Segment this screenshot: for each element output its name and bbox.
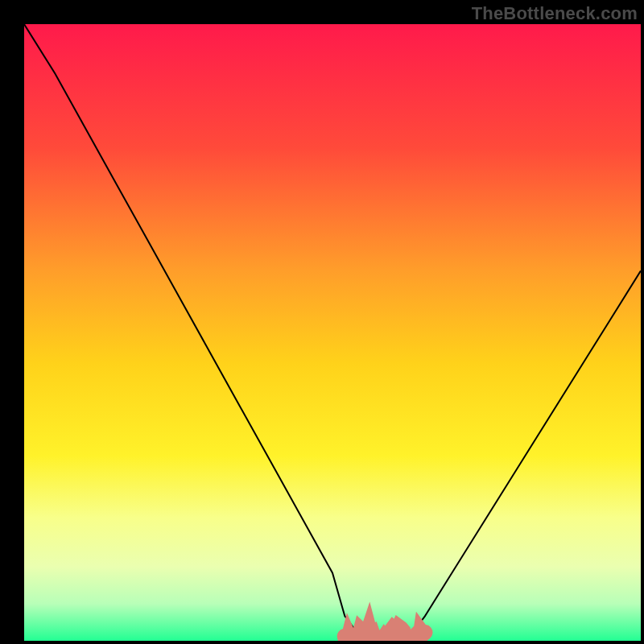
chart-frame: TheBottleneck.com [0, 0, 644, 644]
gradient-background [24, 24, 641, 641]
plot-area [24, 24, 641, 641]
bottleneck-chart [24, 24, 641, 641]
watermark-text: TheBottleneck.com [472, 3, 638, 24]
flat-minimum-highlight [345, 627, 425, 641]
